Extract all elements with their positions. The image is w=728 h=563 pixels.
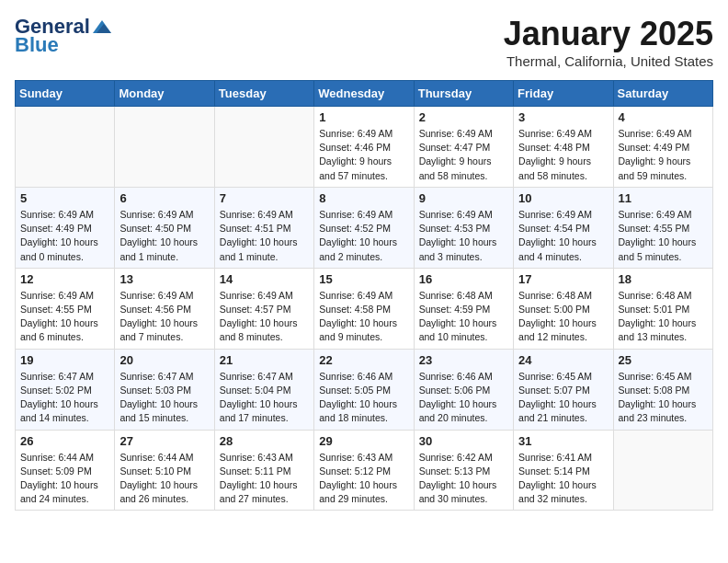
- calendar-cell: 5Sunrise: 6:49 AMSunset: 4:49 PMDaylight…: [16, 187, 115, 268]
- calendar-cell: 13Sunrise: 6:49 AMSunset: 4:56 PMDayligh…: [115, 268, 214, 349]
- day-number: 2: [419, 110, 508, 124]
- month-title: January 2025: [504, 15, 713, 53]
- day-number: 13: [119, 272, 209, 286]
- calendar-cell: 27Sunrise: 6:44 AMSunset: 5:10 PMDayligh…: [115, 430, 214, 511]
- calendar-cell: 1Sunrise: 6:49 AMSunset: 4:46 PMDaylight…: [314, 107, 414, 188]
- day-info: Sunrise: 6:49 AMSunset: 4:54 PMDaylight:…: [518, 208, 608, 264]
- day-info: Sunrise: 6:49 AMSunset: 4:47 PMDaylight:…: [419, 127, 508, 183]
- calendar-cell: 20Sunrise: 6:47 AMSunset: 5:03 PMDayligh…: [115, 349, 214, 430]
- day-number: 9: [419, 191, 508, 205]
- calendar-cell: 2Sunrise: 6:49 AMSunset: 4:47 PMDaylight…: [414, 107, 513, 188]
- day-number: 17: [518, 272, 608, 286]
- day-number: 25: [619, 353, 708, 367]
- day-number: 7: [220, 191, 309, 205]
- page-header: General Blue January 2025 Thermal, Calif…: [15, 15, 713, 69]
- calendar-cell: 10Sunrise: 6:49 AMSunset: 4:54 PMDayligh…: [514, 187, 613, 268]
- day-info: Sunrise: 6:49 AMSunset: 4:51 PMDaylight:…: [220, 208, 309, 264]
- weekday-header-row: SundayMondayTuesdayWednesdayThursdayFrid…: [16, 81, 713, 107]
- day-info: Sunrise: 6:49 AMSunset: 4:56 PMDaylight:…: [119, 289, 209, 345]
- day-info: Sunrise: 6:48 AMSunset: 4:59 PMDaylight:…: [419, 289, 508, 345]
- day-info: Sunrise: 6:49 AMSunset: 4:58 PMDaylight:…: [319, 289, 408, 345]
- day-info: Sunrise: 6:42 AMSunset: 5:13 PMDaylight:…: [419, 451, 508, 507]
- logo: General Blue: [15, 15, 111, 57]
- day-info: Sunrise: 6:45 AMSunset: 5:08 PMDaylight:…: [619, 370, 708, 426]
- day-info: Sunrise: 6:49 AMSunset: 4:46 PMDaylight:…: [319, 127, 408, 183]
- title-block: January 2025 Thermal, California, United…: [504, 15, 713, 69]
- day-number: 29: [319, 434, 408, 448]
- calendar-cell: 4Sunrise: 6:49 AMSunset: 4:49 PMDaylight…: [613, 107, 712, 188]
- calendar-cell: 12Sunrise: 6:49 AMSunset: 4:55 PMDayligh…: [16, 268, 115, 349]
- day-number: 28: [220, 434, 309, 448]
- day-info: Sunrise: 6:49 AMSunset: 4:57 PMDaylight:…: [220, 289, 309, 345]
- calendar-cell: [214, 107, 313, 188]
- calendar-cell: 3Sunrise: 6:49 AMSunset: 4:48 PMDaylight…: [514, 107, 613, 188]
- day-number: 12: [20, 272, 109, 286]
- weekday-header-sunday: Sunday: [16, 81, 115, 107]
- day-info: Sunrise: 6:48 AMSunset: 5:01 PMDaylight:…: [619, 289, 708, 345]
- day-info: Sunrise: 6:48 AMSunset: 5:00 PMDaylight:…: [518, 289, 608, 345]
- day-number: 20: [119, 353, 209, 367]
- day-number: 15: [319, 272, 408, 286]
- logo-blue: Blue: [15, 33, 59, 57]
- calendar-cell: 7Sunrise: 6:49 AMSunset: 4:51 PMDaylight…: [214, 187, 313, 268]
- calendar-cell: 24Sunrise: 6:45 AMSunset: 5:07 PMDayligh…: [514, 349, 613, 430]
- calendar-cell: 28Sunrise: 6:43 AMSunset: 5:11 PMDayligh…: [214, 430, 313, 511]
- calendar-cell: [16, 107, 115, 188]
- day-number: 21: [220, 353, 309, 367]
- day-info: Sunrise: 6:44 AMSunset: 5:10 PMDaylight:…: [119, 451, 209, 507]
- calendar-cell: 29Sunrise: 6:43 AMSunset: 5:12 PMDayligh…: [314, 430, 414, 511]
- weekday-header-friday: Friday: [514, 81, 613, 107]
- day-info: Sunrise: 6:49 AMSunset: 4:55 PMDaylight:…: [20, 289, 109, 345]
- calendar-cell: 26Sunrise: 6:44 AMSunset: 5:09 PMDayligh…: [16, 430, 115, 511]
- day-info: Sunrise: 6:47 AMSunset: 5:04 PMDaylight:…: [220, 370, 309, 426]
- day-info: Sunrise: 6:46 AMSunset: 5:05 PMDaylight:…: [319, 370, 408, 426]
- calendar-cell: 21Sunrise: 6:47 AMSunset: 5:04 PMDayligh…: [214, 349, 313, 430]
- calendar-cell: 17Sunrise: 6:48 AMSunset: 5:00 PMDayligh…: [514, 268, 613, 349]
- calendar-cell: 14Sunrise: 6:49 AMSunset: 4:57 PMDayligh…: [214, 268, 313, 349]
- day-info: Sunrise: 6:46 AMSunset: 5:06 PMDaylight:…: [419, 370, 508, 426]
- calendar-cell: [613, 430, 712, 511]
- weekday-header-wednesday: Wednesday: [314, 81, 414, 107]
- calendar-cell: 30Sunrise: 6:42 AMSunset: 5:13 PMDayligh…: [414, 430, 513, 511]
- calendar-cell: 8Sunrise: 6:49 AMSunset: 4:52 PMDaylight…: [314, 187, 414, 268]
- day-info: Sunrise: 6:49 AMSunset: 4:53 PMDaylight:…: [419, 208, 508, 264]
- day-info: Sunrise: 6:45 AMSunset: 5:07 PMDaylight:…: [518, 370, 608, 426]
- day-number: 3: [518, 110, 608, 124]
- day-number: 6: [119, 191, 209, 205]
- day-info: Sunrise: 6:49 AMSunset: 4:50 PMDaylight:…: [119, 208, 209, 264]
- calendar-cell: [115, 107, 214, 188]
- location: Thermal, California, United States: [504, 53, 713, 69]
- calendar-week-row: 1Sunrise: 6:49 AMSunset: 4:46 PMDaylight…: [16, 107, 713, 188]
- day-info: Sunrise: 6:49 AMSunset: 4:49 PMDaylight:…: [20, 208, 109, 264]
- day-number: 18: [619, 272, 708, 286]
- day-number: 5: [20, 191, 109, 205]
- calendar-cell: 19Sunrise: 6:47 AMSunset: 5:02 PMDayligh…: [16, 349, 115, 430]
- calendar-cell: 11Sunrise: 6:49 AMSunset: 4:55 PMDayligh…: [613, 187, 712, 268]
- day-number: 8: [319, 191, 408, 205]
- day-number: 31: [518, 434, 608, 448]
- calendar-cell: 16Sunrise: 6:48 AMSunset: 4:59 PMDayligh…: [414, 268, 513, 349]
- calendar-cell: 23Sunrise: 6:46 AMSunset: 5:06 PMDayligh…: [414, 349, 513, 430]
- day-number: 1: [319, 110, 408, 124]
- weekday-header-saturday: Saturday: [613, 81, 712, 107]
- calendar-week-row: 5Sunrise: 6:49 AMSunset: 4:49 PMDaylight…: [16, 187, 713, 268]
- weekday-header-thursday: Thursday: [414, 81, 513, 107]
- day-number: 24: [518, 353, 608, 367]
- calendar-cell: 15Sunrise: 6:49 AMSunset: 4:58 PMDayligh…: [314, 268, 414, 349]
- calendar-table: SundayMondayTuesdayWednesdayThursdayFrid…: [15, 80, 713, 511]
- day-number: 11: [619, 191, 708, 205]
- calendar-cell: 22Sunrise: 6:46 AMSunset: 5:05 PMDayligh…: [314, 349, 414, 430]
- calendar-cell: 18Sunrise: 6:48 AMSunset: 5:01 PMDayligh…: [613, 268, 712, 349]
- day-info: Sunrise: 6:49 AMSunset: 4:49 PMDaylight:…: [619, 127, 708, 183]
- day-number: 30: [419, 434, 508, 448]
- day-number: 19: [20, 353, 109, 367]
- day-number: 16: [419, 272, 508, 286]
- day-number: 23: [419, 353, 508, 367]
- day-info: Sunrise: 6:41 AMSunset: 5:14 PMDaylight:…: [518, 451, 608, 507]
- calendar-cell: 9Sunrise: 6:49 AMSunset: 4:53 PMDaylight…: [414, 187, 513, 268]
- day-info: Sunrise: 6:49 AMSunset: 4:52 PMDaylight:…: [319, 208, 408, 264]
- day-info: Sunrise: 6:47 AMSunset: 5:02 PMDaylight:…: [20, 370, 109, 426]
- day-info: Sunrise: 6:47 AMSunset: 5:03 PMDaylight:…: [119, 370, 209, 426]
- calendar-cell: 6Sunrise: 6:49 AMSunset: 4:50 PMDaylight…: [115, 187, 214, 268]
- day-info: Sunrise: 6:43 AMSunset: 5:11 PMDaylight:…: [220, 451, 309, 507]
